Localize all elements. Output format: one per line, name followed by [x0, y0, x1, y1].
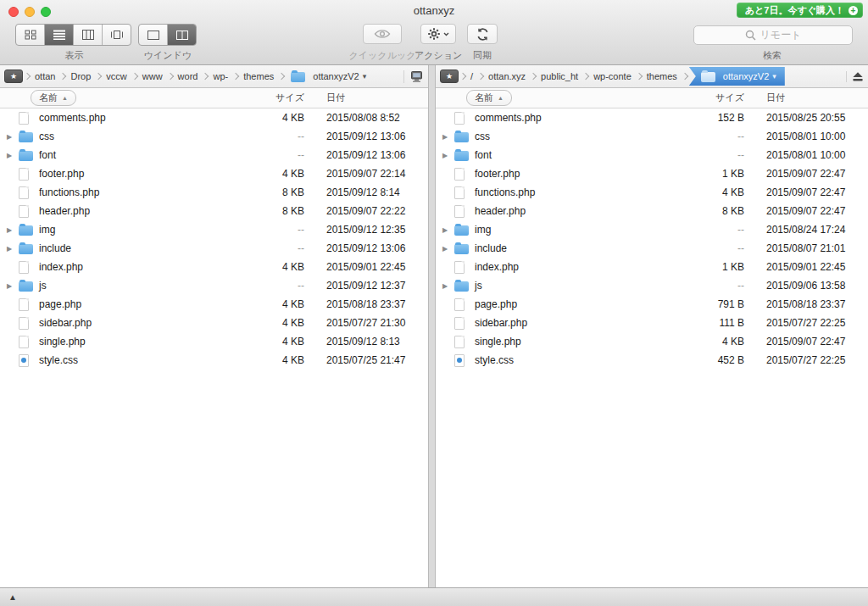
file-row[interactable]: ▶ css -- 2015/09/12 13:06	[0, 127, 428, 146]
file-date: 2015/08/18 23:37	[304, 298, 428, 310]
breadcrumb-segment[interactable]: public_ht	[539, 71, 580, 81]
file-date: 2015/08/18 23:37	[744, 298, 868, 310]
column-view-button[interactable]	[74, 25, 103, 45]
disclosure-triangle-icon[interactable]: ▶	[7, 133, 19, 141]
breadcrumb-segment[interactable]: vccw	[104, 71, 128, 81]
coverflow-view-button[interactable]	[103, 25, 131, 45]
breadcrumb-segment[interactable]: themes	[242, 71, 275, 81]
file-row[interactable]: ▶ font -- 2015/08/01 10:00	[436, 146, 868, 164]
breadcrumb-segment[interactable]: ottan	[33, 71, 57, 81]
disclosure-triangle-icon[interactable]: ▶	[442, 245, 454, 253]
file-row[interactable]: ▶ img -- 2015/09/12 12:35	[0, 220, 428, 239]
file-row[interactable]: ▶ index.php 4 KB 2015/09/01 22:45	[0, 258, 428, 276]
file-row[interactable]: ▶ footer.php 1 KB 2015/09/07 22:47	[436, 164, 868, 183]
file-name: footer.php	[473, 168, 690, 180]
disclosure-triangle-icon[interactable]: ▶	[7, 282, 19, 290]
date-column-header[interactable]: 日付	[304, 92, 428, 104]
file-row[interactable]: ▶ single.php 4 KB 2015/09/12 8:13	[0, 332, 428, 351]
disclosure-triangle-icon[interactable]: ▶	[442, 226, 454, 234]
file-name: functions.php	[37, 186, 250, 198]
file-row[interactable]: ▶ js -- 2015/09/12 12:37	[0, 276, 428, 295]
file-size: 4 KB	[250, 298, 304, 310]
disclosure-triangle-icon[interactable]: ▶	[7, 152, 19, 159]
trial-badge-button[interactable]: あと7日。今すぐ購入！ +	[737, 3, 863, 18]
queue-toggle-icon[interactable]: ▲	[8, 592, 17, 602]
breadcrumb-segment[interactable]: Drop	[69, 71, 92, 81]
name-column-label: 名前	[39, 92, 58, 104]
file-row[interactable]: ▶ include -- 2015/08/07 21:01	[436, 239, 868, 258]
eject-button[interactable]	[852, 71, 864, 82]
breadcrumb-segment[interactable]: wp-	[211, 71, 230, 81]
breadcrumb-segment[interactable]: ottan.xyz	[487, 71, 527, 81]
file-row[interactable]: ▶ sidebar.php 111 B 2015/07/27 22:25	[436, 314, 868, 332]
file-row[interactable]: ▶ page.php 791 B 2015/08/18 23:37	[436, 295, 868, 314]
pane-divider[interactable]	[428, 65, 436, 587]
size-column-header[interactable]: サイズ	[690, 92, 744, 104]
file-row[interactable]: ▶ comments.php 152 B 2015/08/25 20:55	[436, 108, 868, 127]
file-row[interactable]: ▶ index.php 1 KB 2015/09/01 22:45	[436, 258, 868, 276]
file-row[interactable]: ▶ style.css 452 B 2015/07/27 22:25	[436, 351, 868, 370]
file-size: 452 B	[690, 354, 744, 366]
favorites-button[interactable]: ★	[4, 69, 23, 83]
file-size: --	[250, 224, 304, 236]
close-button[interactable]	[8, 7, 19, 17]
chevron-down-icon	[443, 32, 449, 36]
single-pane-button[interactable]	[139, 25, 168, 45]
disclosure-triangle-icon[interactable]: ▶	[7, 245, 19, 253]
action-button[interactable]	[420, 24, 456, 44]
file-row[interactable]: ▶ style.css 4 KB 2015/07/25 21:47	[0, 351, 428, 370]
sync-button[interactable]	[467, 24, 498, 44]
list-view-button[interactable]	[45, 25, 74, 45]
file-icon	[454, 186, 465, 199]
breadcrumb-segment[interactable]: themes	[645, 71, 679, 81]
file-icon	[19, 132, 33, 142]
file-row[interactable]: ▶ header.php 8 KB 2015/09/07 22:22	[0, 202, 428, 220]
minimize-button[interactable]	[25, 7, 35, 17]
current-folder-segment[interactable]: ottanxyzV2 ▾	[286, 69, 371, 84]
file-row[interactable]: ▶ css -- 2015/08/01 10:00	[436, 127, 868, 146]
icon-view-button[interactable]	[16, 25, 45, 45]
disclosure-triangle-icon[interactable]: ▶	[7, 226, 19, 234]
breadcrumb-chevron-icon	[232, 73, 239, 80]
folder-dropdown-icon[interactable]: ▾	[772, 72, 776, 81]
breadcrumb-segment[interactable]: www	[141, 71, 164, 81]
disclosure-triangle-icon[interactable]: ▶	[442, 133, 454, 141]
date-column-header[interactable]: 日付	[744, 92, 868, 104]
file-row[interactable]: ▶ single.php 4 KB 2015/09/07 22:47	[436, 332, 868, 351]
file-row[interactable]: ▶ footer.php 4 KB 2015/09/07 22:14	[0, 164, 428, 183]
breadcrumb-chevron-icon	[131, 73, 138, 80]
disclosure-triangle-icon[interactable]: ▶	[442, 282, 454, 290]
file-name: include	[473, 242, 690, 254]
file-row[interactable]: ▶ font -- 2015/09/12 13:06	[0, 146, 428, 164]
size-column-header[interactable]: サイズ	[250, 92, 304, 104]
breadcrumb-segment[interactable]: /	[469, 71, 475, 81]
local-device-button[interactable]	[409, 70, 424, 83]
dual-pane-button[interactable]	[168, 25, 196, 45]
current-folder-segment-active[interactable]: ottanxyzV2 ▾	[689, 67, 785, 86]
breadcrumb-segment[interactable]: word	[176, 71, 200, 81]
file-date: 2015/08/24 17:24	[744, 224, 868, 236]
breadcrumb-segment[interactable]: wp-conte	[592, 71, 633, 81]
sort-by-name-header[interactable]: 名前 ▲	[31, 90, 76, 106]
file-name: comments.php	[473, 112, 690, 124]
action-label: アクション	[415, 49, 462, 62]
quicklook-button[interactable]	[363, 24, 402, 44]
zoom-button[interactable]	[41, 7, 51, 17]
favorites-button[interactable]: ★	[440, 69, 459, 83]
star-icon: ★	[10, 72, 17, 81]
trial-badge-label: あと7日。今すぐ購入！	[745, 4, 844, 17]
file-row[interactable]: ▶ functions.php 8 KB 2015/09/12 8:14	[0, 183, 428, 202]
file-row[interactable]: ▶ header.php 8 KB 2015/09/07 22:47	[436, 202, 868, 220]
file-row[interactable]: ▶ js -- 2015/09/06 13:58	[436, 276, 868, 295]
file-row[interactable]: ▶ functions.php 4 KB 2015/09/07 22:47	[436, 183, 868, 202]
file-row[interactable]: ▶ img -- 2015/08/24 17:24	[436, 220, 868, 239]
folder-dropdown-icon[interactable]: ▾	[363, 72, 367, 81]
sort-by-name-header[interactable]: 名前 ▲	[466, 90, 512, 106]
file-name: single.php	[37, 336, 250, 347]
file-row[interactable]: ▶ sidebar.php 4 KB 2015/07/27 21:30	[0, 314, 428, 332]
file-row[interactable]: ▶ include -- 2015/09/12 13:06	[0, 239, 428, 258]
file-row[interactable]: ▶ page.php 4 KB 2015/08/18 23:37	[0, 295, 428, 314]
file-row[interactable]: ▶ comments.php 4 KB 2015/08/08 8:52	[0, 108, 428, 127]
search-input[interactable]: リモート	[693, 25, 853, 45]
disclosure-triangle-icon[interactable]: ▶	[442, 152, 454, 159]
